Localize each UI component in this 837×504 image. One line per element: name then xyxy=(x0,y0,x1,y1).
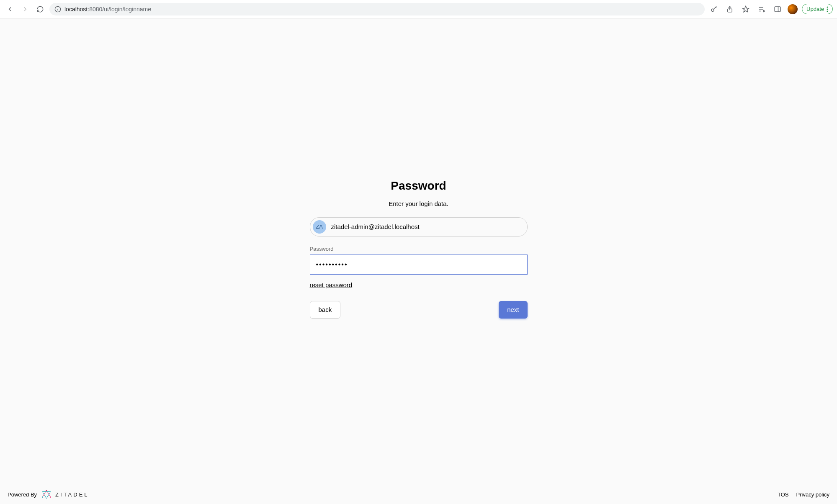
arrow-left-icon xyxy=(6,5,14,13)
user-initials-avatar: ZA xyxy=(313,220,326,234)
password-input[interactable] xyxy=(310,255,528,275)
reload-button[interactable] xyxy=(34,3,46,15)
powered-by-label: Powered By xyxy=(8,491,37,498)
next-button[interactable]: next xyxy=(499,301,527,319)
svg-point-18 xyxy=(42,496,43,498)
footer-links: TOS Privacy policy xyxy=(778,491,829,498)
panel-icon xyxy=(774,5,781,13)
bookmark-button[interactable] xyxy=(740,3,752,15)
tos-link[interactable]: TOS xyxy=(778,491,789,498)
page-title: Password xyxy=(310,179,528,193)
chrome-actions: Update xyxy=(708,3,833,15)
svg-marker-5 xyxy=(743,6,749,12)
reset-password-link[interactable]: reset password xyxy=(310,281,528,288)
svg-point-14 xyxy=(827,10,828,12)
profile-avatar[interactable] xyxy=(788,4,798,14)
svg-point-13 xyxy=(827,8,828,10)
playlist-button[interactable] xyxy=(756,3,767,15)
svg-point-12 xyxy=(827,6,828,8)
back-button[interactable]: back xyxy=(310,301,341,319)
browser-toolbar: localhost:8080/ui/login/loginname Update xyxy=(0,0,837,18)
url-host: localhost xyxy=(64,6,88,13)
page-content: Password Enter your login data. ZA zitad… xyxy=(0,18,837,504)
svg-point-17 xyxy=(46,490,47,491)
arrow-right-icon xyxy=(21,5,29,13)
password-label: Password xyxy=(310,246,528,252)
info-icon xyxy=(54,6,61,13)
url-text: localhost:8080/ui/login/loginname xyxy=(64,6,151,13)
url-path: :8080/ui/login/loginname xyxy=(88,6,151,13)
star-icon xyxy=(742,5,749,13)
user-chip[interactable]: ZA zitadel-admin@zitadel.localhost xyxy=(310,217,528,237)
address-bar[interactable]: localhost:8080/ui/login/loginname xyxy=(49,3,705,15)
privacy-link[interactable]: Privacy policy xyxy=(796,491,829,498)
back-nav-button[interactable] xyxy=(4,3,16,15)
playlist-icon xyxy=(758,5,765,13)
svg-point-19 xyxy=(50,496,52,498)
forward-nav-button[interactable] xyxy=(19,3,31,15)
key-icon xyxy=(710,5,718,13)
svg-point-3 xyxy=(711,9,714,11)
button-row: back next xyxy=(310,301,528,319)
footer: Powered By ZITADEL TOS Privacy policy xyxy=(0,485,837,504)
password-key-icon[interactable] xyxy=(708,3,720,15)
svg-marker-9 xyxy=(763,10,765,12)
panel-button[interactable] xyxy=(772,3,783,15)
share-icon xyxy=(726,5,734,13)
zitadel-wordmark: ZITADEL xyxy=(55,491,89,498)
update-label: Update xyxy=(806,6,824,12)
powered-by: Powered By ZITADEL xyxy=(8,489,89,500)
login-card: Password Enter your login data. ZA zitad… xyxy=(310,179,528,319)
kebab-icon xyxy=(827,6,828,12)
zitadel-logo[interactable]: ZITADEL xyxy=(41,489,89,500)
share-button[interactable] xyxy=(724,3,736,15)
update-button[interactable]: Update xyxy=(802,4,833,14)
svg-rect-10 xyxy=(775,7,780,12)
zitadel-mark-icon xyxy=(41,489,52,500)
user-email: zitadel-admin@zitadel.localhost xyxy=(331,223,420,230)
page-subtitle: Enter your login data. xyxy=(310,200,528,207)
reload-icon xyxy=(36,5,44,13)
